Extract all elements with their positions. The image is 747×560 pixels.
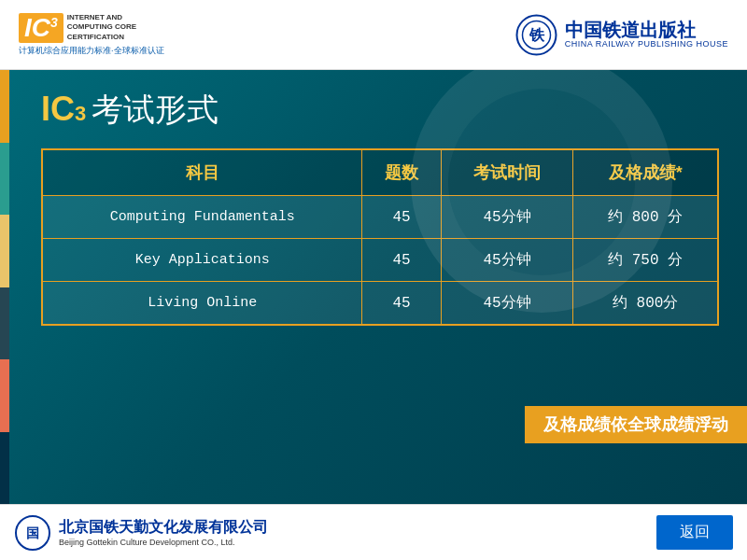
- svg-text:铁: 铁: [528, 27, 544, 43]
- col-header-subject: 科目: [42, 149, 362, 196]
- ic3-logo-box: IC3: [19, 13, 63, 43]
- cr-chinese: 中国铁道出版社: [565, 21, 696, 39]
- side-bar-2: [0, 143, 9, 216]
- side-bar-5: [0, 359, 9, 432]
- table-row: Key Applications 45 45分钟 约 750 分: [42, 239, 718, 282]
- row2-subject: Key Applications: [42, 239, 362, 282]
- row1-questions: 45: [362, 196, 441, 239]
- ic3-ic-text: IC: [24, 13, 50, 42]
- table-row: Living Online 45 45分钟 约 800分: [42, 282, 718, 326]
- side-bar-4: [0, 287, 9, 360]
- row3-time: 45分钟: [441, 282, 573, 326]
- side-bars: [0, 70, 9, 504]
- header: IC3 INTERNET AND COMPUTING CORE CERTIFIC…: [0, 0, 747, 70]
- table-header-row: 科目 题数 考试时间 及格成绩*: [42, 149, 718, 196]
- row1-subject: Computing Fundamentals: [42, 196, 362, 239]
- header-right: 铁 中国铁道出版社 CHINA RAILWAY PUBLISHING HOUSE: [515, 14, 728, 56]
- ic3-superscript: 3: [50, 14, 58, 29]
- row3-questions: 45: [362, 282, 441, 326]
- footer-text: 北京国铁天勤文化发展有限公司 Beijing Gottekin Culture …: [59, 518, 268, 547]
- col-header-time: 考试时间: [441, 149, 573, 196]
- col-header-score: 及格成绩*: [573, 149, 718, 196]
- footer: 国 北京国铁天勤文化发展有限公司 Beijing Gottekin Cultur…: [0, 504, 747, 560]
- ic3-right-text: INTERNET AND COMPUTING CORE CERTIFICATIO…: [67, 13, 136, 42]
- main-content: IC3 考试形式 科目 题数 考试时间 及格成绩* Computing Fund…: [0, 70, 747, 504]
- title-ic: IC: [41, 90, 75, 129]
- cr-text: 中国铁道出版社 CHINA RAILWAY PUBLISHING HOUSE: [565, 21, 728, 49]
- row2-score: 约 750 分: [573, 239, 718, 282]
- row3-score: 约 800分: [573, 282, 718, 326]
- ic3-logo: IC3 INTERNET AND COMPUTING CORE CERTIFIC…: [19, 13, 164, 57]
- footer-company-english: Beijing Gottekin Culture Development CO.…: [59, 538, 268, 547]
- back-button[interactable]: 返回: [656, 515, 733, 550]
- side-bar-3: [0, 215, 9, 287]
- row2-questions: 45: [362, 239, 441, 282]
- row1-time: 45分钟: [441, 196, 573, 239]
- title-chinese: 考试形式: [92, 89, 218, 132]
- row3-subject: Living Online: [42, 282, 362, 326]
- page-wrapper: IC3 INTERNET AND COMPUTING CORE CERTIFIC…: [0, 0, 747, 560]
- header-left: IC3 INTERNET AND COMPUTING CORE CERTIFIC…: [19, 13, 164, 57]
- ic3-line3: CERTIFICATION: [67, 33, 136, 42]
- china-railway-logo: 铁 中国铁道出版社 CHINA RAILWAY PUBLISHING HOUSE: [515, 14, 728, 56]
- footer-left: 国 北京国铁天勤文化发展有限公司 Beijing Gottekin Cultur…: [14, 514, 268, 552]
- footer-company-chinese: 北京国铁天勤文化发展有限公司: [59, 518, 268, 538]
- exam-table: 科目 题数 考试时间 及格成绩* Computing Fundamentals …: [41, 148, 719, 326]
- svg-text:国: 国: [26, 525, 39, 540]
- col-header-questions: 题数: [362, 149, 441, 196]
- side-bar-1: [0, 70, 9, 143]
- row2-time: 45分钟: [441, 239, 573, 282]
- table-row: Computing Fundamentals 45 45分钟 约 800 分: [42, 196, 718, 239]
- china-railway-icon: 铁: [515, 14, 557, 56]
- footer-logo-icon: 国: [14, 514, 51, 552]
- ic3-line1: INTERNET AND: [67, 13, 136, 22]
- row1-score: 约 800 分: [573, 196, 718, 239]
- page-title: IC3 考试形式: [41, 89, 719, 132]
- ic3-subtext: 计算机综合应用能力标准·全球标准认证: [19, 45, 164, 57]
- ic3-line2: COMPUTING CORE: [67, 22, 136, 32]
- side-bar-6: [0, 432, 9, 505]
- cr-english: CHINA RAILWAY PUBLISHING HOUSE: [565, 39, 728, 49]
- bottom-note: 及格成绩依全球成绩浮动: [525, 406, 747, 443]
